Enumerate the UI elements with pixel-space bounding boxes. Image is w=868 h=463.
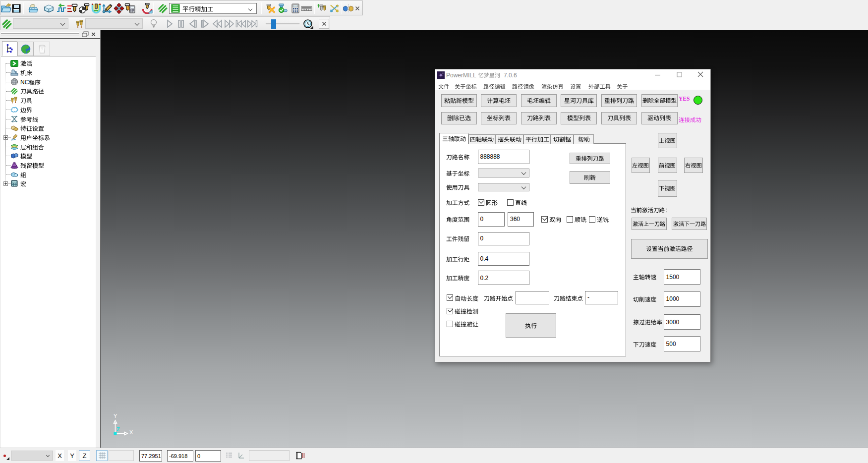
svg-text:Z: Z [116,426,120,432]
svg-text:Y: Y [114,413,117,419]
svg-text:X: X [129,429,133,435]
svg-text:?: ? [41,47,43,52]
